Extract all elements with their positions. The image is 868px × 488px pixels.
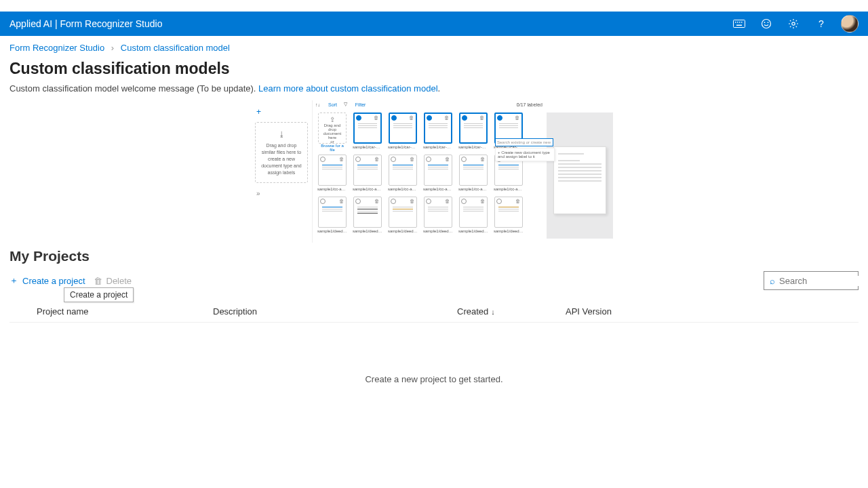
create-project-label: Create a project: [22, 276, 85, 286]
create-new-text: Create new document type and assign labe…: [498, 150, 550, 159]
thumbnail: 🗑: [459, 155, 488, 186]
sort-icon: ↑↓: [315, 102, 320, 107]
chevron-right-icon: ›: [111, 43, 114, 53]
sort-down-icon: ↓: [491, 308, 495, 316]
help-icon[interactable]: ?: [814, 17, 827, 30]
trash-icon: 🗑: [339, 199, 344, 204]
project-search-input[interactable]: [779, 276, 868, 286]
trash-icon: 🗑: [515, 115, 520, 121]
trash-icon: 🗑: [480, 157, 486, 162]
preview-pane: Search existing or create new + Create n…: [547, 113, 613, 239]
thumb-label: sample1/cc-auth/C...: [353, 187, 382, 191]
svg-rect-2: [737, 22, 738, 23]
svg-point-8: [768, 22, 769, 23]
expand-icon: »: [256, 190, 308, 197]
trash-icon: 🗑: [374, 199, 380, 204]
breadcrumb-root[interactable]: Form Recognizer Studio: [9, 43, 104, 53]
thumbnail: 🗑: [424, 113, 452, 144]
filter-label: Filter: [355, 102, 366, 107]
labeled-count: 0/17 labeled: [517, 102, 542, 107]
svg-point-6: [762, 20, 771, 28]
cloud-upload-icon: ⇪: [320, 116, 344, 123]
thumbnail: 🗑: [353, 197, 382, 228]
svg-line-17: [796, 20, 797, 21]
thumbnail: 🗑: [353, 113, 382, 144]
thumb-label: sample1/deed-of-t...: [494, 229, 524, 233]
left-drop-text: Drag and drop similar files here to crea…: [261, 143, 302, 174]
col-created-label: Created: [457, 306, 488, 317]
trash-icon: 🗑: [445, 199, 450, 204]
col-description[interactable]: Description: [213, 306, 457, 317]
trash-icon: 🗑: [515, 199, 521, 204]
thumb-label: sample1/cc-auth/C...: [388, 187, 418, 191]
thumb-label: sample1/deed-of-t...: [317, 229, 347, 233]
plus-icon: +: [256, 107, 308, 117]
svg-text:?: ?: [818, 18, 824, 29]
left-drop-zone: ⭳ Drag and drop similar files here to cr…: [255, 122, 308, 183]
download-icon: ⭳: [260, 129, 303, 140]
thumb-label: sample1/car-maint...: [423, 145, 453, 149]
trash-icon: 🗑: [479, 115, 485, 121]
sort-label: Sort: [328, 102, 337, 107]
col-project-name[interactable]: Project name: [37, 306, 213, 317]
trash-icon: 🗑: [444, 115, 450, 121]
thumb-label: sample1/deed-of-t...: [423, 229, 453, 233]
thumbnail: 🗑: [389, 197, 417, 228]
thumb-row-3: 🗑sample1/deed-of-t... 🗑sample1/deed-of-t…: [318, 197, 540, 233]
trash-icon: 🗑: [94, 276, 102, 286]
mid-drop-zone: ⇪Drag and drop document hereorBrowse for…: [318, 113, 347, 144]
create-new-doctype: + Create new document type and assign la…: [495, 148, 555, 161]
empty-state-message: Create a new project to get started.: [9, 374, 859, 384]
col-api-version[interactable]: API Version: [566, 306, 674, 317]
thumbnail: 🗑: [318, 155, 347, 186]
keyboard-icon[interactable]: [732, 17, 746, 30]
trash-icon: 🗑: [374, 115, 379, 121]
thumbnail: 🗑: [353, 155, 382, 186]
svg-rect-0: [734, 20, 745, 28]
thumbnail: 🗑: [459, 197, 488, 228]
gear-icon[interactable]: [787, 17, 800, 30]
search-icon: ⌕: [770, 276, 775, 286]
thumb-label: sample1/car-maint...: [353, 145, 382, 149]
svg-rect-3: [739, 22, 741, 23]
learn-more-link[interactable]: Learn more about custom classification m…: [258, 83, 437, 94]
breadcrumb-current[interactable]: Custom classification model: [121, 43, 230, 53]
create-project-tooltip: Create a project: [64, 287, 134, 302]
thumbnail: 🗑: [389, 113, 417, 144]
thumb-label: sample1/cc-auth/C...: [458, 187, 488, 191]
trash-icon: 🗑: [410, 199, 415, 204]
svg-line-16: [790, 26, 791, 27]
trash-icon: 🗑: [480, 199, 486, 204]
svg-rect-1: [735, 22, 736, 23]
thumbnail: 🗑: [389, 155, 417, 186]
my-projects-heading: My Projects: [9, 248, 859, 264]
welcome-msg: Custom classification model welcome mess…: [9, 83, 258, 94]
thumb-label: sample1/deed-of-t...: [458, 229, 488, 233]
svg-rect-5: [736, 25, 742, 26]
doc-preview: [553, 146, 606, 214]
thumbnail: 🗑: [494, 197, 523, 228]
breadcrumb: Form Recognizer Studio › Custom classifi…: [0, 36, 868, 57]
trash-icon: 🗑: [445, 157, 450, 162]
thumb-label: sample1/deed-of-t...: [353, 229, 382, 233]
thumbnail: 🗑: [459, 113, 488, 144]
delete-button: 🗑 Delete: [94, 276, 132, 286]
projects-table-header: Project name Description Created↓ API Ve…: [9, 300, 859, 323]
app-title: Applied AI | Form Recognizer Studio: [9, 18, 162, 29]
mid-drop-text: Drag and drop document here: [323, 123, 341, 140]
welcome-text: Custom classification model welcome mess…: [9, 83, 859, 94]
trash-icon: 🗑: [374, 157, 380, 162]
thumb-label: sample1/car-maint...: [388, 145, 418, 149]
thumbnail: 🗑: [424, 197, 452, 228]
delete-label: Delete: [106, 276, 132, 286]
thumb-label: sample1/car-maint...: [458, 145, 488, 149]
col-created[interactable]: Created↓: [457, 306, 566, 317]
thumb-label: sample1/cc-auth/C...: [317, 187, 347, 191]
feature-illustration: + ⭳ Drag and drop similar files here to …: [255, 100, 613, 243]
avatar[interactable]: [841, 15, 859, 33]
create-project-button[interactable]: ＋ Create a project: [9, 274, 85, 287]
smiley-icon[interactable]: [760, 17, 773, 30]
project-search-box[interactable]: ⌕: [764, 271, 859, 290]
thumbnail: 🗑: [424, 155, 452, 186]
top-app-bar: Applied AI | Form Recognizer Studio ?: [0, 12, 868, 36]
